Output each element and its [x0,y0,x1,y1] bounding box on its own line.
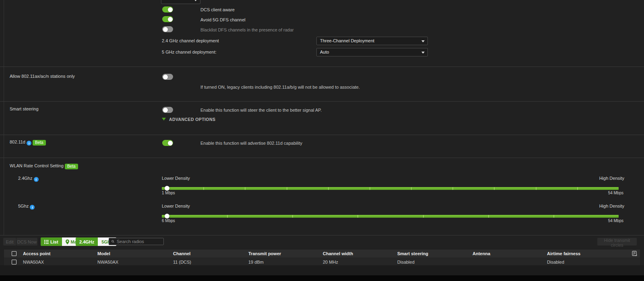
dot11d-toggle[interactable] [162,140,173,146]
cell-model: NWA50AX [97,260,172,264]
list-view-label: List [50,239,58,244]
radios-toolbar: Edit DCS Now List Map 2.4GHz 5GHz Hide t… [0,235,644,250]
cell-channel: 11 (DCS) [172,260,248,264]
table-row[interactable]: NWA50AX NWA50AX 11 (DCS) 19 dBm 20 MHz D… [4,258,640,266]
advanced-options-expander[interactable]: ADVANCED OPTIONS [162,117,215,122]
chevron-down-icon [421,52,425,54]
beta-badge: Beta [33,140,46,146]
slider-24-max-label: 54 Mbps [608,191,623,195]
deployment-5-value: Auto [320,50,329,54]
slider-tick [292,215,293,218]
channel-settings-section: DCS client aware Avoid 5G DFS channel Bl… [0,0,644,67]
slider-tick [423,215,424,218]
toggle-knob [168,7,173,12]
slider-handle[interactable] [165,186,169,191]
slider-tick [411,187,412,190]
slider-tick [452,187,453,190]
table-footer-area [0,265,644,275]
list-icon [44,240,49,244]
col-model[interactable]: Model [97,251,172,256]
rate-slider-5[interactable] [162,215,619,218]
advanced-options-label: ADVANCED OPTIONS [169,117,215,122]
smart-steering-note: Enable this function will steer the clie… [200,108,322,112]
col-airtime-fairness[interactable]: Airtime fairness [546,251,625,256]
slider-tick [369,187,370,190]
blacklist-dfs-toggle[interactable] [162,26,173,32]
dcs-now-button[interactable]: DCS Now [17,238,37,246]
info-icon[interactable]: i [27,141,31,146]
slider-tick [357,215,358,218]
dot11d-label: 802.11d [10,139,25,144]
slider-tick [203,187,204,190]
chevron-down-icon [194,0,197,1]
info-icon[interactable]: i [30,205,35,210]
search-icon [111,239,114,244]
deployment-24-select[interactable]: Three-Channel Deployment [316,37,428,45]
rate-control-title-group: WLAN Rate Control Setting Beta [10,163,78,169]
map-pin-icon [66,239,69,244]
slider-tick [287,187,287,190]
allow-stations-label: Allow 802.11ax/ac/n stations only [10,74,75,79]
cell-airtime-fairness: Disabled [546,260,625,264]
page-bottom-bar [0,275,644,281]
chevron-down-icon [421,40,425,42]
band-24-button-label: 2.4GHz [79,239,94,244]
dcs-client-aware-toggle[interactable] [162,6,173,12]
allow-stations-toggle[interactable] [162,74,173,80]
channel-select-dropdown[interactable] [161,0,200,4]
edit-button[interactable]: Edit [3,238,16,246]
slider-tick [553,215,554,218]
toggle-knob [163,27,168,32]
avoid-5g-dfs-toggle[interactable] [162,16,173,22]
smart-steering-toggle[interactable] [162,107,173,113]
slider-tick [227,215,228,218]
slider-24-right-label: High Density [599,176,624,181]
slider-5-right-label: High Density [599,204,624,208]
info-icon[interactable]: i [34,177,39,182]
slider-tick [245,187,246,190]
band-24-label: 2.4Ghz [18,176,32,181]
toggle-knob [163,108,168,112]
table-header-row: Access point Model Channel Transmit powe… [4,250,640,258]
toggle-knob [168,17,173,22]
row-checkbox[interactable] [12,260,17,264]
dot11d-note: Enable this function will advertise 802.… [200,141,302,146]
band-24-label-group: 2.4Ghz i [18,176,39,182]
col-channel-width[interactable]: Channel width [322,251,396,256]
band-24-button[interactable]: 2.4GHz [76,237,98,246]
col-transmit-power[interactable]: Transmit power [248,251,322,256]
toggle-knob [163,75,168,79]
cell-access-point[interactable]: NWA50AX [22,260,97,264]
slider-tick [577,187,578,190]
select-all-checkbox[interactable] [12,251,17,256]
search-radios-input[interactable] [117,239,161,244]
rate-control-title: WLAN Rate Control Setting [10,163,64,168]
col-smart-steering[interactable]: Smart steering [396,251,472,256]
deployment-5-select[interactable]: Auto [316,48,428,56]
allow-stations-note: If turned ON, legacy clients including 8… [200,85,360,90]
col-channel[interactable]: Channel [172,251,248,256]
column-settings-icon[interactable] [632,251,638,256]
col-antenna[interactable]: Antenna [472,251,546,256]
band-5-label: 5Ghz [18,204,29,208]
dot11d-label-group: 802.11d i Beta [10,139,46,146]
search-radios-box [109,238,164,245]
rate-slider-24[interactable] [162,187,619,190]
col-access-point[interactable]: Access point [22,251,97,256]
slider-handle[interactable] [165,214,169,219]
smart-steering-label: Smart steering [10,106,39,111]
triangle-down-icon [162,118,166,121]
access-point-table: Access point Model Channel Transmit powe… [4,250,640,266]
avoid-5g-dfs-label: Avoid 5G DFS channel [200,17,246,22]
slider-5-max-label: 54 Mbps [608,219,623,223]
cell-channel-width: 20 MHz [322,260,396,264]
dot11d-section: 802.11d i Beta Enable this function will… [0,135,644,158]
blacklist-dfs-label: Blacklist DFS channels in the presence o… [200,27,294,32]
band-5-label-group: 5Ghz i [18,204,35,210]
slider-tick [536,187,537,190]
slider-tick [488,215,489,218]
list-view-button[interactable]: List [41,237,62,246]
beta-badge: Beta [65,164,78,169]
hide-transmit-circles-button[interactable]: Hide transmit circles [597,238,637,246]
deployment-24-value: Three-Channel Deployment [320,38,374,43]
